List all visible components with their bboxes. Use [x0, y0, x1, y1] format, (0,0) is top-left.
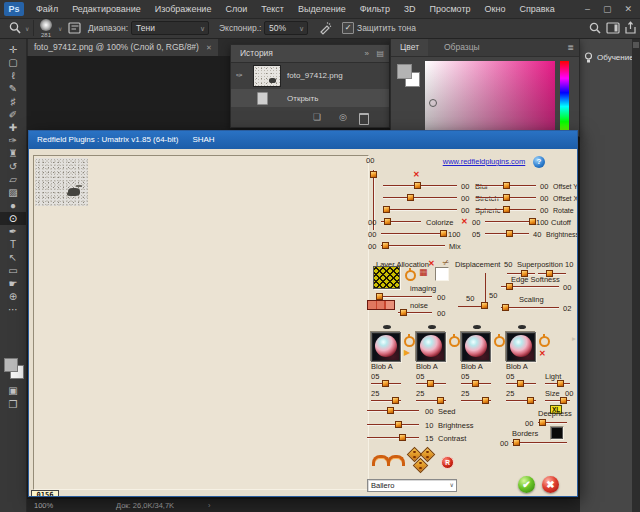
- blob-thumbnail[interactable]: [461, 332, 491, 362]
- brush-chevron-icon[interactable]: ∨: [58, 26, 62, 32]
- new-document-from-state-icon[interactable]: ❏: [313, 113, 321, 122]
- power-icon[interactable]: [494, 336, 505, 347]
- menu-item-4[interactable]: Текст: [261, 4, 284, 14]
- blob-thumbnail[interactable]: [416, 332, 446, 362]
- tool-preset-chevron-icon[interactable]: ∨: [25, 26, 29, 32]
- menu-item-7[interactable]: 3D: [404, 4, 416, 14]
- close-icon[interactable]: ✕: [624, 0, 632, 18]
- blob-slider-2[interactable]: [461, 397, 491, 404]
- foreground-color-swatch[interactable]: [4, 358, 18, 372]
- panel-menu-icon[interactable]: ≣: [567, 39, 574, 56]
- size-slider[interactable]: [545, 397, 570, 404]
- redo-arc-icon[interactable]: [387, 455, 405, 466]
- saturation-brightness-field[interactable]: [425, 61, 555, 130]
- white-color-swatch[interactable]: [435, 267, 449, 281]
- panel-menu-icon[interactable]: ▤: [376, 45, 384, 62]
- cancel-button[interactable]: ✖: [542, 476, 559, 493]
- brush-preview-icon[interactable]: [40, 19, 52, 31]
- contrast-slider[interactable]: [367, 434, 419, 441]
- swatches-tab[interactable]: Образцы: [435, 39, 489, 56]
- plugin-title-bar[interactable]: Redfield Plugins : Umatrix v1.85 (64-bit…: [29, 131, 577, 149]
- blob-slider-2[interactable]: [506, 397, 536, 404]
- tool-edit-toolbar[interactable]: ⋯: [0, 303, 26, 316]
- cutoff-slider[interactable]: [485, 218, 533, 225]
- colorize-slider[interactable]: [381, 218, 421, 225]
- snapshot-camera-icon[interactable]: ◎: [339, 113, 347, 122]
- preset-dropdown[interactable]: Ballero ∨: [367, 479, 457, 492]
- tool-marquee[interactable]: ▢: [0, 56, 26, 69]
- rotate-slider[interactable]: [476, 206, 536, 213]
- blur-slider[interactable]: [383, 182, 457, 189]
- color-tab[interactable]: Цвет: [391, 39, 428, 56]
- zoom-level-value[interactable]: 100%: [34, 499, 53, 512]
- menu-item-2[interactable]: Изображение: [155, 4, 212, 14]
- quick-mask-icon[interactable]: ▣: [0, 384, 26, 397]
- redfield-logo-badge[interactable]: R: [441, 456, 454, 469]
- blob-visibility-eye-icon[interactable]: [428, 325, 436, 329]
- history-brush-source-icon[interactable]: ✑: [236, 67, 243, 84]
- displacement-handle[interactable]: [481, 302, 488, 309]
- tool-eraser[interactable]: ▱: [0, 173, 26, 186]
- menu-item-10[interactable]: Справка: [519, 4, 554, 14]
- power-icon[interactable]: [449, 336, 460, 347]
- history-state-row[interactable]: ✑ foto_97412.png: [231, 62, 389, 89]
- seed-slider[interactable]: [367, 407, 419, 414]
- brightness-slider[interactable]: [485, 230, 529, 237]
- offset-y-slider[interactable]: [476, 182, 536, 189]
- light-slider[interactable]: [545, 380, 570, 387]
- play-icon[interactable]: ▶: [404, 349, 410, 357]
- menu-item-9[interactable]: Окно: [485, 4, 506, 14]
- blob-visibility-eye-icon[interactable]: [518, 325, 526, 329]
- panel-arrow-icon[interactable]: ▸: [572, 335, 576, 343]
- tab-close-icon[interactable]: ✕: [206, 44, 212, 51]
- ok-button[interactable]: ✔: [518, 476, 535, 493]
- reset-icon[interactable]: ✕: [539, 350, 546, 358]
- range-dropdown[interactable]: Тени ∨: [131, 21, 209, 35]
- minimize-icon[interactable]: –: [585, 0, 590, 18]
- help-button[interactable]: ?: [533, 156, 545, 168]
- deepness-slider[interactable]: [538, 419, 567, 426]
- blob-visibility-eye-icon[interactable]: [383, 325, 391, 329]
- power-icon[interactable]: [404, 336, 415, 347]
- blob-slider-1[interactable]: [371, 380, 401, 387]
- blob-slider-2[interactable]: [371, 397, 401, 404]
- tool-brush[interactable]: ✑: [0, 134, 26, 147]
- menu-item-8[interactable]: Просмотр: [429, 4, 470, 14]
- maximize-icon[interactable]: ▢: [603, 0, 612, 18]
- tool-healing-brush[interactable]: ✚: [0, 121, 26, 134]
- tool-type[interactable]: T: [0, 238, 26, 251]
- blob-slider-1[interactable]: [461, 380, 491, 387]
- brightness2-slider[interactable]: [367, 421, 419, 428]
- dodge-tool-icon[interactable]: [8, 21, 23, 36]
- toggle-brush-panel-icon[interactable]: [68, 21, 82, 35]
- blob-thumbnail[interactable]: [371, 332, 401, 362]
- workspace-switcher-icon[interactable]: [606, 22, 620, 34]
- search-icon[interactable]: [588, 21, 602, 35]
- pattern-thumbnail[interactable]: [373, 266, 400, 289]
- menu-item-6[interactable]: Фильтр: [360, 4, 390, 14]
- imaging-slider[interactable]: [376, 293, 432, 300]
- tool-path-selection[interactable]: ↖: [0, 251, 26, 264]
- blob-slider-1[interactable]: [506, 380, 536, 387]
- edge-softness-slider[interactable]: [501, 283, 559, 290]
- blob-slider-1[interactable]: [416, 380, 446, 387]
- tool-move[interactable]: ✛: [0, 43, 26, 56]
- document-tab[interactable]: foto_97412.png @ 100% (Слой 0, RGB/8#)✕: [28, 38, 218, 56]
- tool-hand[interactable]: ☛: [0, 277, 26, 290]
- menu-item-0[interactable]: Файл: [36, 4, 58, 14]
- blob-thumbnail[interactable]: [506, 332, 536, 362]
- tool-clone-stamp[interactable]: ♜: [0, 147, 26, 160]
- borders-slider[interactable]: [512, 439, 567, 446]
- power-icon[interactable]: [539, 336, 550, 347]
- foreground-color-swatch[interactable]: [397, 64, 412, 79]
- tool-dodge[interactable]: ⊙: [0, 212, 26, 225]
- grid-pattern-icon[interactable]: ▦: [419, 268, 428, 277]
- tool-zoom[interactable]: ⊕: [0, 290, 26, 303]
- stretch-slider[interactable]: [383, 194, 457, 201]
- blob-visibility-eye-icon[interactable]: [473, 325, 481, 329]
- blob-slider-2[interactable]: [416, 397, 446, 404]
- plugin-website-link[interactable]: www.redfieldplugins.com: [429, 158, 539, 166]
- plugin-preview-area[interactable]: [33, 155, 369, 490]
- tool-blur[interactable]: ●: [0, 199, 26, 212]
- trash-icon[interactable]: [359, 113, 369, 125]
